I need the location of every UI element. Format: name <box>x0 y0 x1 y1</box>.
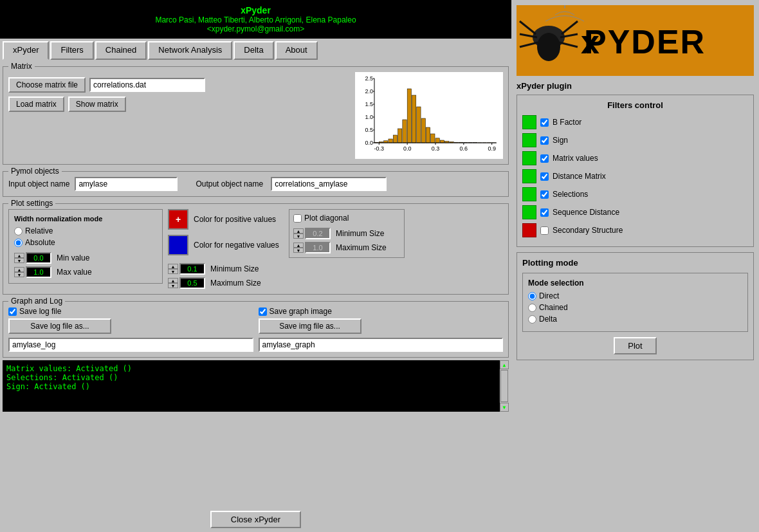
console-scrollbar[interactable]: ▲ ▼ <box>500 360 509 412</box>
min-down-arrow[interactable]: ▼ <box>14 258 24 263</box>
positive-color-box[interactable]: + <box>168 209 188 230</box>
filter-checkbox-1[interactable] <box>540 136 549 145</box>
filter-label-6: Secondary Structure <box>553 226 623 235</box>
filter-label-2: Matrix values <box>553 154 598 163</box>
log-filename-input[interactable] <box>8 338 253 352</box>
scroll-down-btn[interactable]: ▼ <box>500 403 509 412</box>
filter-checkbox-6[interactable] <box>540 226 549 235</box>
radio-relative-input[interactable] <box>14 227 23 235</box>
tab-xpyder[interactable]: xPyder <box>3 41 49 60</box>
tab-about[interactable]: About <box>275 41 318 60</box>
radio-group: Relative Absolute <box>14 226 157 247</box>
col2-max-input[interactable] <box>179 277 205 289</box>
mode-label-0: Direct <box>539 291 559 300</box>
output-object-label: Output object name <box>196 179 263 188</box>
tab-network-analysis[interactable]: Network Analysis <box>148 41 232 60</box>
negative-color-box[interactable] <box>168 235 188 255</box>
radio-absolute-input[interactable] <box>14 239 23 247</box>
plot-settings-group: Plot settings Width normalization mode R… <box>3 203 509 295</box>
close-btn[interactable]: Close xPyder <box>210 511 301 528</box>
col2-min-up[interactable]: ▲ <box>168 264 178 269</box>
filter-checkbox-2[interactable] <box>540 154 549 163</box>
filter-indicator-3 <box>522 169 536 183</box>
tab-delta[interactable]: Delta <box>233 41 273 60</box>
load-matrix-btn[interactable]: Load matrix <box>8 96 64 112</box>
col2-max-spinner: ▲ ▼ <box>168 277 205 289</box>
max-up-arrow[interactable]: ▲ <box>14 267 24 272</box>
filter-checkbox-4[interactable] <box>540 190 549 199</box>
input-object-input[interactable] <box>75 177 178 191</box>
plot-settings-title: Plot settings <box>8 199 55 208</box>
col3-min-up[interactable]: ▲ <box>293 228 304 234</box>
filter-indicator-4 <box>522 187 536 201</box>
mode-radio-0[interactable] <box>528 292 536 300</box>
show-matrix-btn[interactable]: Show matrix <box>68 96 126 112</box>
filters-control-box: Filters control B FactorSignMatrix value… <box>517 95 754 247</box>
mode-selection-box: Mode selection DirectChainedDelta <box>522 273 748 332</box>
output-object-input[interactable] <box>271 177 387 191</box>
matrix-group: Matrix Choose matrix file Load matrix Sh… <box>3 66 509 165</box>
col3-max-down[interactable]: ▼ <box>293 248 304 253</box>
graph-log-group: Graph and Log Save log file Save log fil… <box>3 301 509 358</box>
min-value-input[interactable] <box>26 252 51 264</box>
plot-btn[interactable]: Plot <box>614 337 656 354</box>
tab-chained[interactable]: Chained <box>95 41 147 60</box>
col3-max-spinner: ▲ ▼ <box>293 242 331 253</box>
min-value-spinner: ▲ ▼ <box>14 252 51 264</box>
col3-max-label: Maximum Size <box>336 243 387 252</box>
filter-checkbox-5[interactable] <box>540 208 549 217</box>
choose-matrix-btn[interactable]: Choose matrix file <box>8 77 86 93</box>
console-line-1: Matrix values: Activated () <box>6 364 505 373</box>
matrix-filename-input[interactable] <box>89 78 205 92</box>
positive-color-label: Color for positive values <box>194 215 276 224</box>
plot-diagonal-checkbox[interactable] <box>293 214 302 223</box>
save-log-btn[interactable]: Save log file as... <box>8 318 111 334</box>
pymol-group: Pymol objects Input object name Output o… <box>3 171 509 197</box>
save-log-item: Save log file <box>8 307 253 316</box>
filter-indicator-0 <box>522 115 536 129</box>
scroll-thumb[interactable] <box>500 370 508 402</box>
footer: Close xPyder <box>0 507 511 532</box>
negative-color-label: Color for negative values <box>194 241 279 250</box>
scroll-up-btn[interactable]: ▲ <box>500 360 509 369</box>
mode-label-1: Chained <box>539 303 568 312</box>
filter-label-0: B Factor <box>553 118 581 127</box>
col2-max-down[interactable]: ▼ <box>168 283 178 288</box>
app-email: <xpyder.pymol@gmail.com> <box>5 24 506 33</box>
col2-min-down[interactable]: ▼ <box>168 269 178 274</box>
filter-checkbox-3[interactable] <box>540 172 549 181</box>
filter-indicator-2 <box>522 151 536 165</box>
max-arrows: ▲ ▼ <box>14 267 24 277</box>
save-log-checkbox[interactable] <box>8 307 17 316</box>
filter-row-4: Selections <box>522 187 748 201</box>
console-line-2: Selections: Activated () <box>6 373 505 382</box>
mode-radio-1[interactable] <box>528 304 536 312</box>
save-graph-checkbox[interactable] <box>259 307 267 316</box>
svg-text:x: x <box>581 23 599 60</box>
filter-indicator-5 <box>522 205 536 219</box>
col3-min-down[interactable]: ▼ <box>293 234 304 239</box>
diagonal-box: Plot diagonal ▲ ▼ Minim <box>289 209 405 258</box>
filter-label-4: Selections <box>553 190 588 199</box>
filter-label-1: Sign <box>553 136 568 145</box>
filter-row-3: Distance Matrix <box>522 169 748 183</box>
max-value-input[interactable] <box>26 266 51 278</box>
col3-max-up[interactable]: ▲ <box>293 243 304 248</box>
console-line-3: Sign: Activated () <box>6 382 505 391</box>
plot-diagonal-label: Plot diagonal <box>304 214 349 223</box>
col3-min-input[interactable] <box>305 228 331 239</box>
col3-max-input[interactable] <box>305 242 331 253</box>
tab-filters[interactable]: Filters <box>50 41 93 60</box>
plugin-label: xPyder plugin <box>517 81 754 91</box>
min-up-arrow[interactable]: ▲ <box>14 253 24 258</box>
save-graph-btn[interactable]: Save img file as... <box>259 318 361 334</box>
col2-max-up[interactable]: ▲ <box>168 278 178 283</box>
max-down-arrow[interactable]: ▼ <box>14 272 24 277</box>
col2-min-input[interactable] <box>179 263 205 275</box>
filter-checkbox-0[interactable] <box>540 118 549 127</box>
mode-radio-2[interactable] <box>528 315 536 324</box>
radio-absolute: Absolute <box>14 238 157 247</box>
graph-filename-input[interactable] <box>259 338 504 352</box>
app-title: xPyder <box>5 5 506 15</box>
app-header: xPyder Marco Pasi, Matteo Tiberti, Alber… <box>0 0 511 39</box>
